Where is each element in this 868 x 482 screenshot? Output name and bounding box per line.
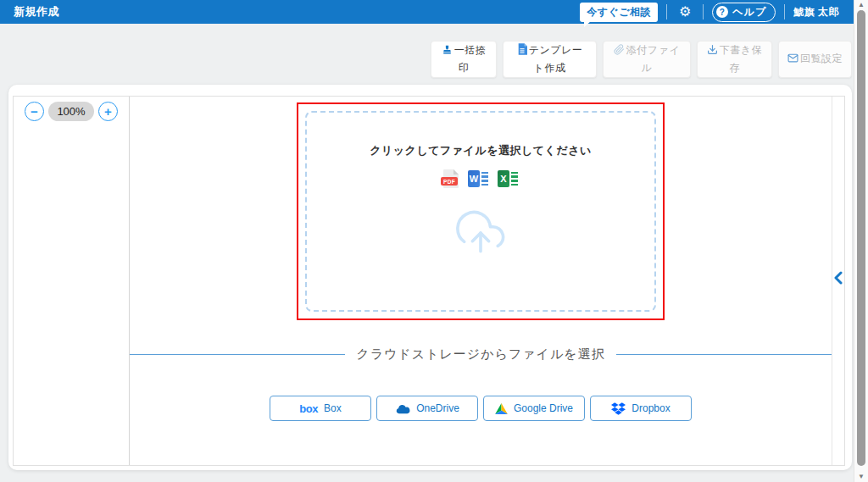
settings-button[interactable]: ⚙ [676, 5, 694, 19]
box-button[interactable]: box Box [270, 396, 371, 421]
pdf-file-icon: PDF [443, 169, 459, 188]
google-drive-icon [495, 403, 508, 414]
dropbox-label: Dropbox [632, 402, 670, 414]
google-drive-label: Google Drive [514, 402, 573, 414]
save-draft-label: 下書き保存 [720, 44, 762, 74]
file-type-icons: PDF W X [298, 169, 663, 188]
box-icon: box [299, 403, 318, 414]
batch-stamp-label: 一括捺印 [454, 44, 487, 74]
document-toolbar: 一括捺印 テンプレート作成 添付ファイル 下書き保存 回覧設定 [431, 41, 852, 78]
google-drive-button[interactable]: Google Drive [483, 396, 585, 421]
help-button[interactable]: ? ヘルプ [712, 3, 776, 22]
onedrive-button[interactable]: OneDrive [376, 396, 478, 421]
create-template-button[interactable]: テンプレート作成 [503, 41, 597, 78]
dropbox-button[interactable]: Dropbox [590, 396, 692, 421]
zoom-level: 100% [48, 102, 94, 121]
dropbox-icon [611, 402, 626, 415]
scroll-up-icon[interactable]: ▲ [854, 2, 868, 8]
upload-prompt: クリックしてファイルを選択してください [298, 143, 663, 158]
word-lines [481, 172, 488, 186]
excel-file-icon: X [498, 170, 518, 188]
attachment-label: 添付ファイル [626, 44, 680, 74]
batch-stamp-button[interactable]: 一括捺印 [431, 41, 497, 78]
zoom-controls: − 100% + [14, 102, 129, 121]
circulation-settings-label: 回覧設定 [800, 53, 843, 64]
editor-card: − 100% + クリックしてファイルを選択してください PDF W [8, 85, 852, 470]
gear-icon: ⚙ [679, 4, 691, 19]
thumbnail-panel: − 100% + [14, 97, 130, 465]
cloud-storage-divider: クラウドストレージからファイルを選択 [130, 346, 832, 363]
box-label: Box [324, 402, 342, 414]
file-dropzone[interactable]: クリックしてファイルを選択してください PDF W X [297, 102, 665, 320]
save-draft-button[interactable]: 下書き保存 [697, 41, 772, 78]
page-title: 新規作成 [14, 4, 59, 19]
excel-letter: X [498, 170, 509, 187]
onedrive-label: OneDrive [416, 402, 459, 414]
scrollbar-thumb[interactable] [857, 10, 865, 466]
mail-icon [787, 53, 798, 69]
excel-lines [511, 172, 518, 186]
header-divider [666, 4, 667, 19]
zoom-out-button[interactable]: − [25, 102, 44, 121]
create-template-label: テンプレート作成 [529, 44, 583, 74]
consult-now-button[interactable]: 今すぐご相談 [580, 3, 658, 22]
side-panel-strip [832, 97, 844, 465]
user-name[interactable]: 鯱旗 太郎 [793, 5, 843, 19]
question-icon: ? [716, 6, 728, 18]
collapse-panel-chevron-icon[interactable] [833, 271, 843, 285]
cloud-storage-buttons: box Box OneDrive Google Drive [270, 396, 692, 421]
word-letter: W [468, 170, 480, 187]
editor-inner: − 100% + クリックしてファイルを選択してください PDF W [13, 96, 845, 466]
onedrive-icon [395, 403, 410, 414]
cloud-storage-divider-label: クラウドストレージからファイルを選択 [345, 346, 615, 363]
draft-save-icon [707, 44, 718, 60]
stamp-icon [442, 44, 453, 60]
template-icon [517, 43, 527, 60]
zoom-in-button[interactable]: + [98, 102, 118, 121]
app-header: 新規作成 今すぐご相談 ⚙ ? ヘルプ 鯱旗 太郎 [0, 0, 868, 24]
header-divider [784, 4, 785, 19]
cloud-upload-icon [453, 208, 509, 258]
circulation-settings-button[interactable]: 回覧設定 [778, 41, 852, 78]
word-file-icon: W [468, 170, 488, 188]
document-canvas: クリックしてファイルを選択してください PDF W X [130, 97, 832, 465]
upload-cloud-wrap [298, 208, 663, 260]
scroll-down-icon[interactable]: ▼ [854, 474, 868, 480]
help-label: ヘルプ [732, 5, 766, 19]
pdf-label: PDF [441, 177, 458, 186]
attachment-button[interactable]: 添付ファイル [603, 41, 691, 78]
vertical-scrollbar[interactable]: ▲ ▼ [854, 0, 868, 482]
paperclip-icon [614, 44, 625, 60]
header-divider [703, 4, 704, 19]
